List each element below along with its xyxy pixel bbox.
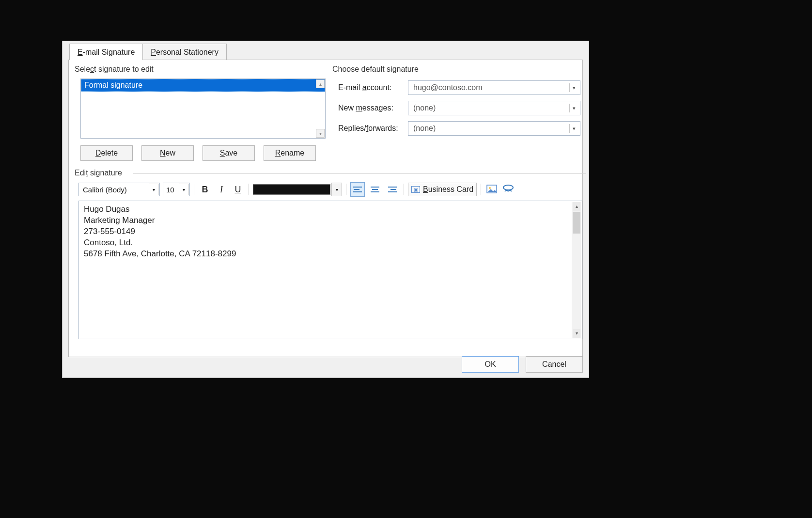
- editor-line: 273-555-0149: [84, 226, 577, 237]
- signature-button-row: Delete New Save Rename: [80, 145, 316, 161]
- tabstrip: E-mail Signature Personal Stationery: [62, 41, 589, 60]
- new-messages-row: New messages: (none) ▾: [338, 101, 580, 115]
- scroll-down-icon[interactable]: ▾: [573, 329, 580, 338]
- font-name-value: Calibri (Body): [83, 186, 127, 194]
- divider: [167, 70, 327, 70]
- select-signature-group-label: Select signature to edit: [75, 65, 156, 74]
- replies-forwards-label: Replies/forwards:: [338, 124, 408, 133]
- dialog-button-row: OK Cancel: [462, 356, 583, 373]
- editor-line: Hugo Dugas: [84, 204, 577, 215]
- delete-button[interactable]: Delete: [80, 145, 133, 161]
- business-card-button[interactable]: ▣ Business Card: [408, 183, 477, 196]
- signature-list-item[interactable]: Formal signature: [81, 79, 325, 92]
- align-right-button[interactable]: [385, 182, 400, 197]
- select-signature-group: Select signature to edit Formal signatur…: [75, 70, 327, 176]
- default-signature-group: Choose default signature E-mail account:…: [332, 70, 584, 167]
- rename-button[interactable]: Rename: [264, 145, 316, 161]
- italic-button[interactable]: I: [215, 183, 228, 196]
- tab-email-signature-label: -mail Signature: [83, 48, 135, 56]
- new-messages-label: New messages:: [338, 104, 408, 112]
- scroll-up-icon[interactable]: ▴: [573, 202, 580, 211]
- color-swatch: [253, 184, 330, 195]
- align-left-button[interactable]: [350, 182, 365, 197]
- edit-signature-group: Edit signature Calibri (Body) ▾ 10 ▾ B I…: [75, 173, 586, 343]
- divider: [439, 70, 584, 70]
- signatures-dialog: E-mail Signature Personal Stationery Sel…: [62, 41, 589, 378]
- separator: [404, 184, 404, 195]
- chevron-down-icon: ▾: [569, 124, 578, 133]
- email-account-row: E-mail account: hugo@contoso.com ▾: [338, 80, 580, 95]
- svg-point-2: [503, 185, 513, 190]
- cancel-button[interactable]: Cancel: [526, 356, 583, 373]
- new-messages-combo[interactable]: (none) ▾: [408, 101, 580, 115]
- chevron-down-icon: ▾: [149, 184, 158, 195]
- editor-line: Marketing Manager: [84, 215, 577, 226]
- font-color-combo[interactable]: ▾: [253, 183, 342, 196]
- signature-list[interactable]: Formal signature ▴ ▾: [80, 78, 326, 139]
- divider: [133, 173, 586, 174]
- email-account-combo[interactable]: hugo@contoso.com ▾: [408, 80, 580, 95]
- underline-button[interactable]: U: [231, 183, 245, 196]
- separator: [346, 184, 346, 195]
- svg-point-1: [489, 187, 491, 189]
- email-account-label: E-mail account:: [338, 83, 408, 92]
- edit-signature-group-label: Edit signature: [75, 169, 124, 177]
- editor-line: Contoso, Ltd.: [84, 237, 577, 249]
- replies-forwards-combo[interactable]: (none) ▾: [408, 121, 580, 136]
- editor-toolbar: Calibri (Body) ▾ 10 ▾ B I U ▾: [78, 182, 515, 197]
- new-messages-value: (none): [413, 104, 436, 112]
- replies-forwards-value: (none): [413, 124, 436, 133]
- separator: [481, 184, 481, 195]
- chevron-down-icon: ▾: [569, 104, 578, 112]
- chevron-down-icon: ▾: [331, 183, 342, 196]
- align-center-button[interactable]: [368, 182, 382, 197]
- editor-line: 5678 Fifth Ave, Charlotte, CA 72118-8299: [84, 249, 577, 260]
- tab-email-signature[interactable]: E-mail Signature: [69, 44, 143, 60]
- scroll-down-button[interactable]: ▾: [316, 129, 325, 138]
- font-name-combo[interactable]: Calibri (Body) ▾: [78, 183, 160, 196]
- ok-button[interactable]: OK: [462, 356, 519, 373]
- replies-forwards-row: Replies/forwards: (none) ▾: [338, 121, 580, 136]
- scroll-up-button[interactable]: ▴: [316, 79, 325, 88]
- tab-personal-stationery-label: ersonal Stationery: [156, 48, 219, 56]
- insert-hyperlink-button[interactable]: [501, 183, 515, 196]
- scroll-thumb[interactable]: [573, 212, 580, 234]
- bold-button[interactable]: B: [198, 183, 212, 196]
- separator: [249, 184, 249, 195]
- insert-picture-button[interactable]: [485, 183, 499, 196]
- chevron-down-icon: ▾: [179, 184, 188, 195]
- editor-scrollbar[interactable]: ▴ ▾: [572, 202, 581, 338]
- signature-editor[interactable]: Hugo Dugas Marketing Manager 273-555-014…: [78, 201, 582, 339]
- font-size-value: 10: [166, 186, 174, 194]
- font-size-combo[interactable]: 10 ▾: [163, 183, 190, 196]
- chevron-down-icon: ▾: [569, 83, 578, 92]
- business-card-icon: ▣: [411, 186, 420, 193]
- tab-personal-stationery[interactable]: Personal Stationery: [142, 44, 227, 60]
- email-account-value: hugo@contoso.com: [413, 83, 483, 92]
- default-signature-group-label: Choose default signature: [332, 65, 421, 74]
- new-button[interactable]: New: [141, 145, 194, 161]
- tab-body: Select signature to edit Formal signatur…: [68, 60, 583, 357]
- separator: [194, 184, 194, 195]
- save-button[interactable]: Save: [203, 145, 255, 161]
